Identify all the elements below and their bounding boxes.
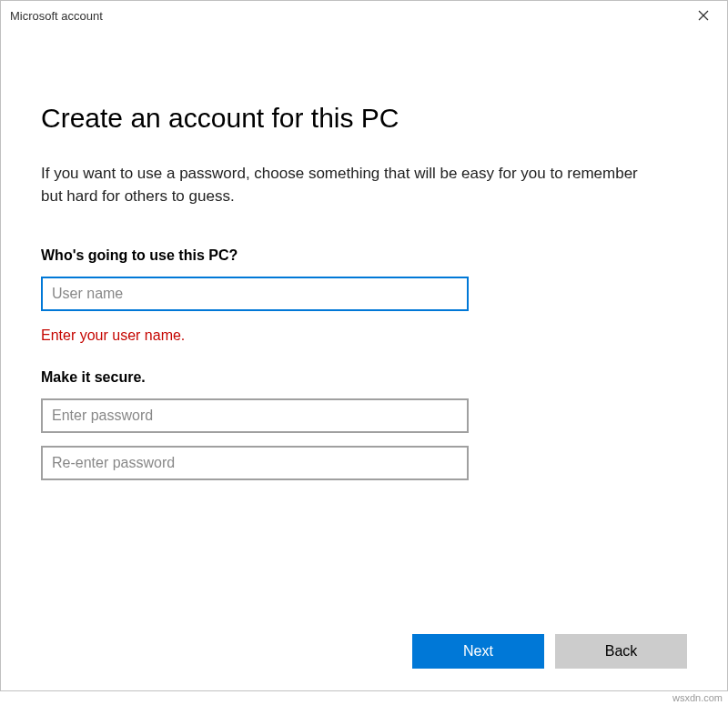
password-section-label: Make it secure. xyxy=(41,369,687,386)
password-input[interactable]: Enter password xyxy=(41,398,469,433)
next-button[interactable]: Next xyxy=(412,634,544,669)
reenter-password-input[interactable]: Re-enter password xyxy=(41,446,469,480)
close-icon xyxy=(698,8,709,24)
close-button[interactable] xyxy=(685,3,722,28)
watermark: wsxdn.com xyxy=(672,692,723,703)
username-placeholder: User name xyxy=(52,286,123,302)
password-placeholder: Enter password xyxy=(52,408,153,424)
titlebar: Microsoft account xyxy=(1,1,727,30)
reenter-password-placeholder: Re-enter password xyxy=(52,455,175,471)
content-area: Create an account for this PC If you wan… xyxy=(1,30,727,634)
back-button[interactable]: Back xyxy=(555,634,687,669)
window-title: Microsoft account xyxy=(10,9,103,23)
page-heading: Create an account for this PC xyxy=(41,103,687,134)
page-description: If you want to use a password, choose so… xyxy=(41,163,660,207)
dialog-window: Microsoft account Create an account for … xyxy=(0,0,728,691)
username-section-label: Who's going to use this PC? xyxy=(41,247,687,264)
footer: Next Back xyxy=(1,634,727,690)
username-error: Enter your user name. xyxy=(41,327,687,344)
username-input[interactable]: User name xyxy=(41,277,469,311)
